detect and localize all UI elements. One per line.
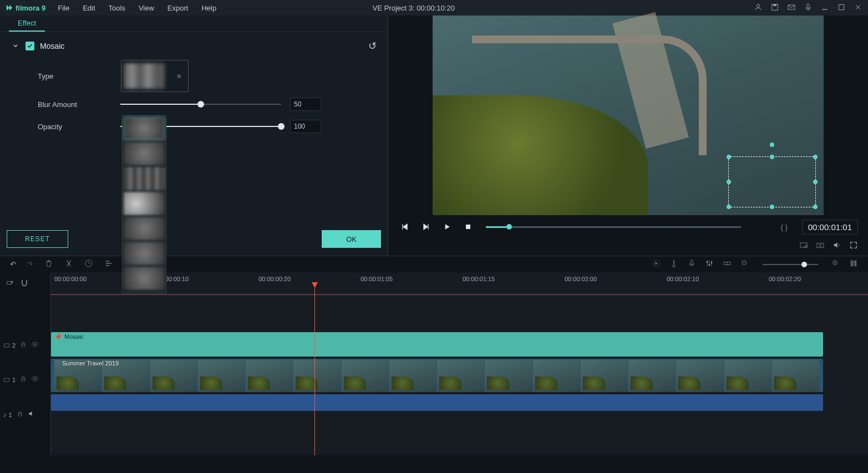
ruler-tick: 00:00:00:00 [54, 276, 87, 282]
svg-point-30 [34, 378, 35, 379]
menu-help[interactable]: Help [196, 2, 222, 14]
clip-audio[interactable] [51, 394, 823, 411]
svg-point-27 [34, 344, 35, 345]
ruler-tick: 00:00:01:15 [463, 276, 495, 282]
resize-handle[interactable] [727, 180, 731, 184]
ruler-tick: 00:00:00:20 [258, 276, 291, 282]
split-icon[interactable] [64, 259, 73, 269]
rotate-handle[interactable] [770, 143, 774, 147]
mail-icon[interactable] [787, 3, 796, 13]
resize-handle[interactable] [770, 155, 774, 159]
menu-export[interactable]: Export [162, 2, 194, 14]
render-icon[interactable] [652, 259, 661, 269]
track-mute-icon[interactable] [28, 409, 35, 420]
type-dropdown-button[interactable]: ≡ [121, 60, 189, 92]
type-option-3[interactable] [124, 167, 165, 190]
track-visibility-icon[interactable] [31, 374, 39, 385]
svg-rect-8 [800, 243, 807, 247]
undo-icon[interactable]: ↶ [10, 260, 16, 268]
crop-icon[interactable] [104, 259, 113, 269]
zoom-in-icon[interactable] [831, 259, 840, 269]
track-visibility-icon[interactable] [31, 340, 39, 350]
stop-button[interactable] [461, 220, 475, 233]
account-icon[interactable] [754, 3, 763, 13]
delete-icon[interactable] [44, 259, 53, 269]
dropdown-hamburger-icon: ≡ [177, 72, 186, 80]
tab-effect[interactable]: Effect [9, 16, 45, 32]
audio-mixer-icon[interactable] [705, 259, 714, 269]
ok-button[interactable]: OK [322, 230, 381, 248]
ruler-tick: 00:00:02:20 [769, 276, 801, 282]
zoom-fit-icon[interactable] [849, 259, 858, 269]
quality-settings-icon[interactable] [799, 241, 808, 251]
resize-handle[interactable] [727, 155, 731, 159]
menu-tools[interactable]: Tools [103, 2, 131, 14]
video-preview[interactable] [433, 16, 824, 215]
type-option-6[interactable] [124, 242, 165, 265]
svg-point-11 [819, 245, 821, 247]
svg-rect-7 [466, 225, 470, 229]
collapse-chevron-icon[interactable] [11, 41, 20, 52]
opacity-value-input[interactable] [290, 120, 321, 133]
type-option-7[interactable] [124, 267, 165, 290]
volume-icon[interactable] [833, 241, 841, 251]
marker-brackets[interactable]: { } [780, 223, 787, 231]
timecode-display: 00:00:01:01 [802, 220, 858, 235]
resize-handle[interactable] [727, 205, 731, 209]
resize-handle[interactable] [770, 205, 774, 209]
svg-rect-28 [4, 378, 9, 382]
prev-frame-button[interactable] [398, 220, 412, 233]
menu-edit[interactable]: Edit [77, 2, 100, 14]
snapshot-icon[interactable] [816, 241, 825, 251]
maximize-icon[interactable] [837, 3, 846, 13]
zoom-out-icon[interactable] [740, 259, 749, 269]
app-logo: filmora 9 [6, 4, 45, 12]
redo-icon[interactable]: ↷ [27, 260, 33, 268]
svg-rect-26 [22, 344, 25, 347]
type-option-4[interactable] [124, 192, 165, 215]
reset-button[interactable]: RESET [7, 230, 68, 248]
effect-enable-checkbox[interactable] [26, 42, 34, 50]
blur-slider[interactable] [120, 104, 281, 105]
track-lock-icon[interactable] [20, 340, 27, 350]
svg-rect-2 [773, 4, 776, 6]
track-lock-icon[interactable] [17, 409, 23, 420]
reset-effect-icon[interactable]: ↺ [368, 40, 377, 52]
add-track-icon[interactable] [6, 278, 14, 289]
resize-handle[interactable] [813, 180, 818, 184]
next-frame-button[interactable] [419, 220, 433, 233]
fullscreen-icon[interactable] [849, 241, 858, 251]
svg-point-15 [707, 261, 708, 263]
record-vo-icon[interactable] [687, 259, 696, 269]
menu-file[interactable]: File [52, 2, 75, 14]
svg-point-17 [711, 262, 713, 263]
edit-mode-icon[interactable] [84, 259, 93, 269]
keyframe-icon[interactable] [723, 259, 732, 269]
svg-rect-6 [839, 4, 844, 9]
svg-point-0 [757, 4, 759, 7]
menu-view[interactable]: View [133, 2, 160, 14]
mosaic-selection-box[interactable] [728, 156, 816, 207]
type-option-1[interactable] [124, 117, 165, 140]
blur-value-input[interactable] [290, 98, 321, 111]
clip-video[interactable]: Summer Travel 2019 [51, 359, 823, 392]
zoom-slider[interactable] [763, 264, 818, 265]
resize-handle[interactable] [813, 205, 818, 209]
mic-icon[interactable] [804, 3, 813, 13]
play-button[interactable] [440, 220, 454, 233]
type-option-2[interactable] [124, 142, 165, 165]
playhead[interactable] [314, 287, 315, 455]
type-thumb-preview [124, 63, 165, 89]
type-dropdown-list[interactable] [122, 115, 166, 293]
magnet-icon[interactable] [20, 278, 29, 289]
type-option-5[interactable] [124, 217, 165, 240]
preview-scrubber[interactable] [486, 226, 741, 228]
marker-icon[interactable] [669, 259, 678, 269]
save-icon[interactable] [770, 3, 779, 13]
minimize-icon[interactable] [820, 3, 829, 13]
timeline-ruler[interactable]: 00:00:00:00 00:00:00:10 00:00:00:20 00:0… [51, 272, 868, 294]
resize-handle[interactable] [813, 155, 818, 159]
clip-mosaic[interactable]: 📌Mosaic [51, 332, 823, 357]
track-lock-icon[interactable] [20, 374, 27, 385]
close-icon[interactable] [854, 3, 862, 13]
